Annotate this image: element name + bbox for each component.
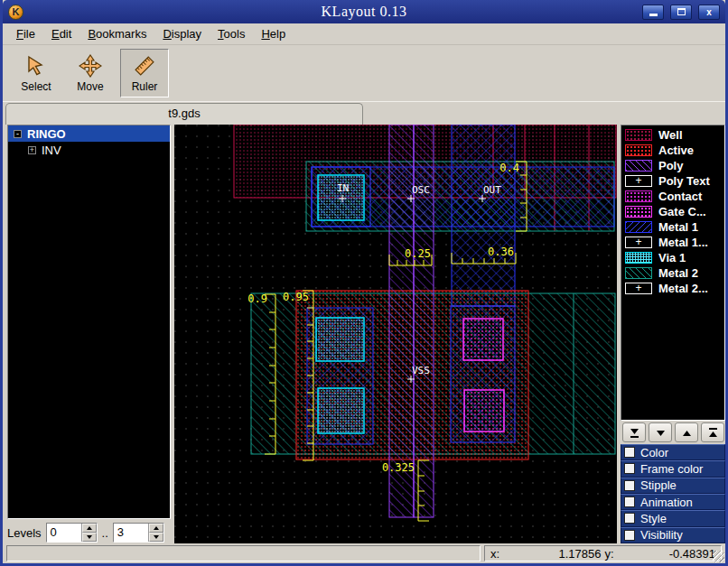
select-cursor-icon (24, 54, 48, 78)
x-label: x: (490, 547, 499, 561)
cell-tree[interactable]: - RINGO + INV (7, 125, 171, 519)
level-from-value[interactable]: 0 (47, 524, 81, 542)
checkbox-animation[interactable] (624, 496, 635, 507)
layer-panel: Well Active Poly +Poly Text Contact Gate… (621, 125, 725, 543)
menu-bookmarks[interactable]: Bookmarks (79, 24, 154, 43)
tab-t9gds[interactable]: t9.gds (5, 103, 363, 125)
close-button[interactable]: x (698, 5, 720, 20)
checkbox-style[interactable] (624, 513, 635, 524)
option-stipple[interactable]: Stipple (621, 478, 725, 494)
menu-file[interactable]: File (8, 24, 43, 43)
layer-swatch-well[interactable] (625, 129, 652, 141)
layer-swatch-contact[interactable] (625, 190, 652, 202)
layer-move-buttons (621, 421, 725, 444)
arrow-down-icon (87, 535, 92, 539)
arrow-up-icon (154, 526, 159, 530)
ruler-label: 0.95 (283, 291, 309, 303)
label-in: IN (337, 182, 349, 194)
coordinate-panel: x: 1.17856 y: -0.48391 (484, 545, 722, 561)
expand-icon[interactable]: + (28, 146, 36, 154)
x-value: 1.17856 (503, 547, 601, 561)
checkbox-visibility[interactable] (624, 530, 635, 541)
layer-row-metal2-text[interactable]: +Metal 2... (621, 281, 724, 296)
via-left-2 (318, 388, 364, 433)
via-left-1 (316, 318, 364, 361)
move-up-button[interactable] (675, 422, 698, 442)
level-to-spinner[interactable]: 3 (113, 523, 164, 543)
status-bar: x: 1.17856 y: -0.48391 (3, 543, 725, 563)
layer-row-active[interactable]: Active (621, 143, 724, 158)
y-label: y: (605, 547, 614, 561)
title-bar[interactable]: K KLayout 0.13 x (3, 0, 725, 23)
arrow-up-icon (681, 427, 693, 439)
spin-up-button[interactable] (82, 524, 97, 533)
klayout-window: K KLayout 0.13 x File Edit Bookmarks Dis… (0, 0, 728, 566)
spin-up-button[interactable] (149, 524, 163, 533)
ruler-label: 0.25 (405, 247, 431, 260)
option-frame-color[interactable]: Frame color (621, 460, 725, 477)
menu-display[interactable]: Display (154, 24, 210, 43)
move-down-button[interactable] (649, 422, 672, 442)
move-to-bottom-button[interactable] (622, 422, 646, 442)
move-tool-button[interactable]: Move (66, 49, 115, 97)
layer-row-metal1[interactable]: Metal 1 (621, 219, 724, 235)
ruler-tool-button[interactable]: Ruler (120, 49, 169, 97)
level-to-value[interactable]: 3 (114, 524, 148, 542)
resize-grip[interactable] (713, 551, 724, 562)
layer-swatch-metal2-text[interactable]: + (625, 283, 652, 294)
layer-row-poly-text[interactable]: +Poly Text (621, 173, 724, 189)
option-visibility[interactable]: Visibility (621, 527, 725, 543)
checkbox-stipple[interactable] (624, 480, 635, 491)
menu-edit[interactable]: Edit (43, 24, 79, 43)
layer-swatch-poly[interactable] (625, 160, 652, 172)
layer-row-contact[interactable]: Contact (621, 189, 724, 204)
spin-down-button[interactable] (149, 533, 163, 542)
ruler-label: 0.36 (488, 246, 514, 258)
option-animation[interactable]: Animation (621, 494, 725, 510)
layer-row-via1[interactable]: Via 1 (621, 250, 724, 265)
layer-swatch-via1[interactable] (625, 252, 652, 264)
spin-down-button[interactable] (82, 533, 97, 542)
close-icon: x (706, 7, 712, 17)
menu-tools[interactable]: Tools (210, 24, 253, 43)
menu-help[interactable]: Help (253, 24, 294, 43)
ruler-label: 0.4 (499, 162, 519, 174)
layer-swatch-gate-contact[interactable] (625, 206, 652, 218)
layer-swatch-active[interactable] (625, 144, 652, 156)
collapse-icon[interactable]: - (14, 130, 22, 138)
tree-item-inv[interactable]: + INV (8, 142, 170, 158)
move-arrows-icon (79, 54, 102, 78)
cell-panel: - RINGO + INV Levels 0 .. (3, 125, 171, 543)
layer-row-gate-contact[interactable]: Gate C... (621, 204, 724, 219)
option-style[interactable]: Style (621, 510, 725, 526)
maximize-button[interactable] (670, 5, 692, 20)
layer-row-poly[interactable]: Poly (621, 158, 724, 173)
contact-right-1 (463, 319, 503, 360)
level-from-spinner[interactable]: 0 (46, 523, 98, 543)
arrow-down-bar-icon (629, 427, 640, 439)
layer-swatch-poly-text[interactable]: + (625, 175, 652, 187)
toolbar: Select Move Ruler (3, 45, 725, 101)
poly-strip-left (389, 125, 414, 517)
layer-swatch-metal2[interactable] (625, 267, 652, 279)
tree-item-ringo[interactable]: - RINGO (8, 125, 170, 142)
layer-row-metal2[interactable]: Metal 2 (621, 265, 724, 281)
layout-canvas[interactable]: 0.4 0.25 0.36 0.9 0.95 0.325 IN OSC OUT … (174, 125, 617, 543)
contact-right-2 (464, 390, 504, 431)
minimize-button[interactable] (642, 5, 664, 20)
label-vss: VSS (412, 365, 430, 376)
checkbox-frame-color[interactable] (624, 463, 635, 474)
option-color[interactable]: Color (621, 444, 725, 460)
layer-list[interactable]: Well Active Poly +Poly Text Contact Gate… (621, 125, 725, 421)
select-tool-button[interactable]: Select (12, 49, 61, 97)
layer-swatch-metal1-text[interactable]: + (625, 237, 652, 248)
levels-separator: .. (102, 526, 108, 540)
ruler-label: 0.325 (382, 461, 415, 474)
layer-row-well[interactable]: Well (621, 127, 724, 143)
move-to-top-button[interactable] (701, 422, 724, 442)
label-out: OUT (483, 184, 501, 196)
layer-swatch-metal1[interactable] (625, 221, 652, 233)
checkbox-color[interactable] (624, 447, 635, 458)
menu-bar: File Edit Bookmarks Display Tools Help (3, 23, 725, 45)
layer-row-metal1-text[interactable]: +Metal 1... (621, 235, 724, 250)
